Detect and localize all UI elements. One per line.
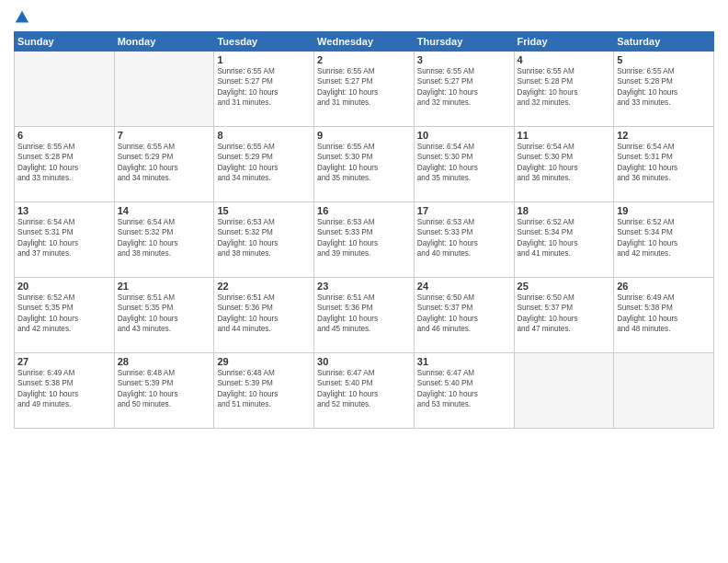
- day-number: 7: [118, 130, 211, 141]
- calendar-cell: 24Sunrise: 6:50 AM Sunset: 5:37 PM Dayli…: [414, 278, 514, 353]
- header: [14, 9, 714, 26]
- calendar-cell: 18Sunrise: 6:52 AM Sunset: 5:34 PM Dayli…: [514, 202, 614, 278]
- week-row-1: 6Sunrise: 6:55 AM Sunset: 5:28 PM Daylig…: [15, 127, 714, 202]
- day-info: Sunrise: 6:51 AM Sunset: 5:35 PM Dayligh…: [118, 293, 211, 335]
- calendar-cell: 20Sunrise: 6:52 AM Sunset: 5:35 PM Dayli…: [15, 278, 115, 353]
- day-number: 28: [118, 356, 211, 367]
- day-number: 5: [617, 54, 711, 65]
- day-info: Sunrise: 6:51 AM Sunset: 5:36 PM Dayligh…: [217, 293, 311, 335]
- day-number: 11: [518, 130, 611, 141]
- day-info: Sunrise: 6:55 AM Sunset: 5:28 PM Dayligh…: [518, 66, 611, 109]
- day-info: Sunrise: 6:52 AM Sunset: 5:34 PM Dayligh…: [617, 217, 711, 259]
- day-header-friday: Friday: [514, 32, 614, 52]
- calendar-cell: 14Sunrise: 6:54 AM Sunset: 5:32 PM Dayli…: [114, 202, 214, 278]
- calendar-cell: 22Sunrise: 6:51 AM Sunset: 5:36 PM Dayli…: [214, 278, 314, 353]
- calendar-cell: 15Sunrise: 6:53 AM Sunset: 5:32 PM Dayli…: [214, 202, 314, 278]
- calendar-cell: 5Sunrise: 6:55 AM Sunset: 5:28 PM Daylig…: [614, 52, 714, 127]
- day-number: 1: [217, 54, 311, 65]
- day-number: 19: [617, 205, 711, 216]
- day-info: Sunrise: 6:54 AM Sunset: 5:30 PM Dayligh…: [417, 142, 511, 184]
- calendar-cell: [114, 52, 214, 127]
- day-header-saturday: Saturday: [614, 32, 714, 52]
- calendar-cell: 6Sunrise: 6:55 AM Sunset: 5:28 PM Daylig…: [15, 127, 115, 202]
- logo: [14, 9, 34, 26]
- day-info: Sunrise: 6:54 AM Sunset: 5:31 PM Dayligh…: [17, 217, 111, 259]
- calendar-cell: 23Sunrise: 6:51 AM Sunset: 5:36 PM Dayli…: [314, 278, 415, 353]
- day-info: Sunrise: 6:47 AM Sunset: 5:40 PM Dayligh…: [317, 368, 411, 410]
- calendar-cell: 28Sunrise: 6:48 AM Sunset: 5:39 PM Dayli…: [114, 353, 214, 429]
- day-info: Sunrise: 6:53 AM Sunset: 5:33 PM Dayligh…: [417, 217, 511, 259]
- day-number: 22: [217, 281, 311, 292]
- day-header-monday: Monday: [114, 32, 214, 52]
- day-info: Sunrise: 6:47 AM Sunset: 5:40 PM Dayligh…: [417, 368, 511, 410]
- day-info: Sunrise: 6:49 AM Sunset: 5:38 PM Dayligh…: [617, 293, 711, 335]
- day-number: 9: [317, 130, 411, 141]
- day-number: 24: [417, 281, 511, 292]
- day-number: 23: [317, 281, 411, 292]
- day-info: Sunrise: 6:49 AM Sunset: 5:38 PM Dayligh…: [17, 368, 111, 410]
- day-info: Sunrise: 6:54 AM Sunset: 5:32 PM Dayligh…: [118, 217, 211, 259]
- day-number: 25: [518, 281, 611, 292]
- day-info: Sunrise: 6:54 AM Sunset: 5:30 PM Dayligh…: [518, 142, 611, 184]
- day-info: Sunrise: 6:50 AM Sunset: 5:37 PM Dayligh…: [417, 293, 511, 335]
- week-row-4: 27Sunrise: 6:49 AM Sunset: 5:38 PM Dayli…: [15, 353, 714, 429]
- calendar-cell: 8Sunrise: 6:55 AM Sunset: 5:29 PM Daylig…: [214, 127, 314, 202]
- calendar: SundayMondayTuesdayWednesdayThursdayFrid…: [14, 31, 714, 429]
- calendar-cell: 3Sunrise: 6:55 AM Sunset: 5:27 PM Daylig…: [414, 52, 514, 127]
- day-number: 3: [417, 54, 511, 65]
- day-number: 14: [118, 205, 211, 216]
- week-row-0: 1Sunrise: 6:55 AM Sunset: 5:27 PM Daylig…: [15, 52, 714, 127]
- calendar-cell: [514, 353, 614, 429]
- calendar-cell: 29Sunrise: 6:48 AM Sunset: 5:39 PM Dayli…: [214, 353, 314, 429]
- day-number: 10: [417, 130, 511, 141]
- day-info: Sunrise: 6:55 AM Sunset: 5:29 PM Dayligh…: [118, 142, 211, 184]
- day-number: 26: [617, 281, 711, 292]
- day-info: Sunrise: 6:48 AM Sunset: 5:39 PM Dayligh…: [118, 368, 211, 410]
- svg-marker-0: [16, 11, 28, 23]
- calendar-cell: 19Sunrise: 6:52 AM Sunset: 5:34 PM Dayli…: [614, 202, 714, 278]
- calendar-cell: 30Sunrise: 6:47 AM Sunset: 5:40 PM Dayli…: [314, 353, 415, 429]
- calendar-cell: 27Sunrise: 6:49 AM Sunset: 5:38 PM Dayli…: [15, 353, 115, 429]
- calendar-cell: 2Sunrise: 6:55 AM Sunset: 5:27 PM Daylig…: [314, 52, 415, 127]
- day-info: Sunrise: 6:50 AM Sunset: 5:37 PM Dayligh…: [518, 293, 611, 335]
- calendar-body: 1Sunrise: 6:55 AM Sunset: 5:27 PM Daylig…: [15, 52, 714, 429]
- calendar-cell: [614, 353, 714, 429]
- day-info: Sunrise: 6:51 AM Sunset: 5:36 PM Dayligh…: [317, 293, 411, 335]
- day-info: Sunrise: 6:55 AM Sunset: 5:27 PM Dayligh…: [317, 66, 411, 109]
- calendar-cell: 17Sunrise: 6:53 AM Sunset: 5:33 PM Dayli…: [414, 202, 514, 278]
- day-number: 31: [417, 356, 511, 367]
- day-number: 16: [317, 205, 411, 216]
- calendar-cell: 11Sunrise: 6:54 AM Sunset: 5:30 PM Dayli…: [514, 127, 614, 202]
- page: SundayMondayTuesdayWednesdayThursdayFrid…: [0, 0, 728, 563]
- day-number: 2: [317, 54, 411, 65]
- day-number: 20: [17, 281, 111, 292]
- day-info: Sunrise: 6:55 AM Sunset: 5:28 PM Dayligh…: [17, 142, 111, 184]
- calendar-cell: 26Sunrise: 6:49 AM Sunset: 5:38 PM Dayli…: [614, 278, 714, 353]
- calendar-header: SundayMondayTuesdayWednesdayThursdayFrid…: [15, 32, 714, 52]
- day-number: 15: [217, 205, 311, 216]
- day-info: Sunrise: 6:52 AM Sunset: 5:34 PM Dayligh…: [518, 217, 611, 259]
- calendar-cell: 16Sunrise: 6:53 AM Sunset: 5:33 PM Dayli…: [314, 202, 415, 278]
- day-number: 21: [118, 281, 211, 292]
- day-number: 18: [518, 205, 611, 216]
- day-number: 8: [217, 130, 311, 141]
- day-info: Sunrise: 6:55 AM Sunset: 5:29 PM Dayligh…: [217, 142, 311, 184]
- calendar-cell: 9Sunrise: 6:55 AM Sunset: 5:30 PM Daylig…: [314, 127, 415, 202]
- day-number: 6: [17, 130, 111, 141]
- calendar-cell: 7Sunrise: 6:55 AM Sunset: 5:29 PM Daylig…: [114, 127, 214, 202]
- day-number: 30: [317, 356, 411, 367]
- day-number: 29: [217, 356, 311, 367]
- day-number: 12: [617, 130, 711, 141]
- day-number: 13: [17, 205, 111, 216]
- week-row-3: 20Sunrise: 6:52 AM Sunset: 5:35 PM Dayli…: [15, 278, 714, 353]
- day-header-tuesday: Tuesday: [214, 32, 314, 52]
- day-header-wednesday: Wednesday: [314, 32, 415, 52]
- day-header-thursday: Thursday: [414, 32, 514, 52]
- day-number: 17: [417, 205, 511, 216]
- day-info: Sunrise: 6:55 AM Sunset: 5:28 PM Dayligh…: [617, 66, 711, 109]
- header-row: SundayMondayTuesdayWednesdayThursdayFrid…: [15, 32, 714, 52]
- calendar-cell: [15, 52, 115, 127]
- calendar-cell: 31Sunrise: 6:47 AM Sunset: 5:40 PM Dayli…: [414, 353, 514, 429]
- day-info: Sunrise: 6:53 AM Sunset: 5:32 PM Dayligh…: [217, 217, 311, 259]
- calendar-cell: 13Sunrise: 6:54 AM Sunset: 5:31 PM Dayli…: [15, 202, 115, 278]
